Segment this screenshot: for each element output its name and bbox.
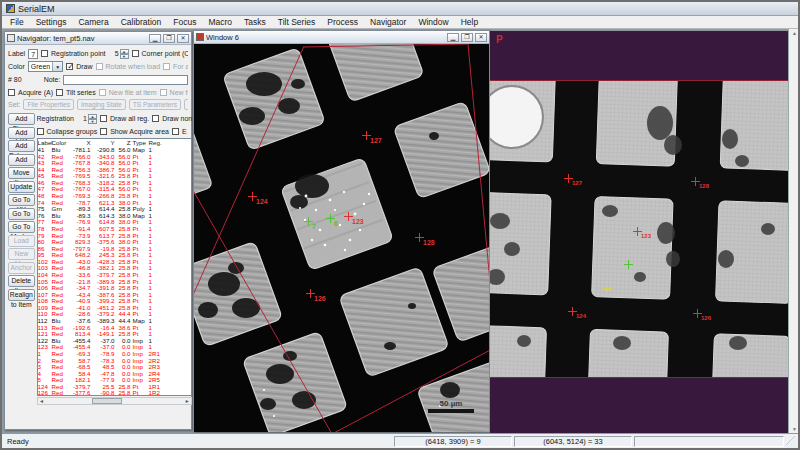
draw-non-label: Draw non — [162, 115, 192, 122]
corner-point-checkbox[interactable] — [132, 50, 139, 57]
menu-item[interactable]: Window — [412, 16, 454, 29]
rotate-when-load-label: Rotate when load — [106, 63, 160, 70]
collapse-groups-checkbox[interactable] — [37, 128, 44, 135]
em-montage-image — [194, 44, 489, 432]
menu-item[interactable]: File — [4, 16, 30, 29]
scroll-right-icon[interactable]: ► — [183, 398, 191, 404]
marker-cross-icon — [248, 196, 257, 197]
navigator-button[interactable]: Go To XYZ — [8, 208, 35, 220]
navigator-button[interactable]: Add Points — [8, 127, 35, 139]
navigator-button[interactable]: Move Item — [8, 167, 35, 179]
acquire-label: Acquire (A) — [18, 89, 53, 96]
label-caption: Label — [8, 50, 25, 57]
scrollbar-thumb[interactable] — [92, 398, 122, 404]
minimize-button[interactable]: ▁ — [149, 34, 161, 43]
tilt-series-checkbox[interactable] — [56, 89, 63, 96]
outside-map-area — [490, 377, 788, 432]
close-button[interactable]: ✕ — [177, 34, 189, 43]
navigator-button[interactable]: Delete Item — [8, 275, 35, 287]
close-button[interactable]: ✕ — [475, 33, 487, 42]
note-caption: Note: — [44, 76, 61, 83]
chevron-down-icon[interactable]: ▼ — [52, 62, 62, 71]
marker-cross-icon — [306, 293, 315, 294]
marker-label: 7 — [312, 223, 316, 230]
navigator-icon — [7, 34, 15, 42]
menu-item[interactable]: Navigator — [364, 16, 412, 29]
set-button: File Properties — [23, 99, 74, 110]
table-horizontal-scrollbar[interactable]: ◄ ► — [37, 397, 193, 405]
menu-item[interactable]: Camera — [72, 16, 114, 29]
minimize-button[interactable]: ▁ — [447, 33, 459, 42]
navigator-button[interactable]: Go To XY — [8, 194, 35, 206]
note-input[interactable] — [63, 75, 188, 85]
scroll-left-icon[interactable]: ◄ — [38, 398, 46, 404]
new-file-item-checkbox — [99, 89, 106, 96]
navigator-button[interactable]: Add Polygon — [8, 140, 35, 152]
navigator-button[interactable]: Add Stage Pos — [8, 113, 35, 125]
window6-image[interactable]: 127 124 123 — [194, 44, 489, 432]
for-anchor-checkbox — [163, 63, 170, 70]
menu-item[interactable]: Help — [455, 16, 484, 29]
scroll-up-icon[interactable]: ▲ — [792, 30, 797, 36]
window6-title: Window 6 — [206, 33, 445, 42]
app-title: SerialEM — [18, 4, 55, 14]
menu-item[interactable]: Tasks — [238, 16, 272, 29]
status-bar: Ready (6418, 3909) = 9 (6043, 5124) = 33 — [2, 433, 798, 448]
navigator-titlebar[interactable]: Navigator: tem_pt5.nav ▁ ❐ ✕ — [5, 32, 191, 45]
spin-down-icon[interactable]: ▼ — [120, 54, 129, 59]
window6-titlebar[interactable]: Window 6 ▁ ❐ ✕ — [194, 31, 489, 44]
acquire-checkbox[interactable] — [8, 89, 15, 96]
maximize-button[interactable]: ❐ — [461, 33, 473, 42]
registration-point-checkbox[interactable] — [41, 50, 48, 57]
marker-cross-icon — [348, 212, 349, 221]
marker-cross-icon — [607, 284, 608, 293]
set-button: Imaging State — [77, 99, 126, 110]
label-input[interactable]: 7 — [28, 49, 38, 59]
menu-item[interactable]: Tilt Series — [272, 16, 321, 29]
navigator-button[interactable]: Update Z — [8, 181, 35, 193]
registration-point-spinner[interactable]: 5 ▲▼ — [109, 49, 129, 59]
marker-cross-icon — [572, 307, 573, 316]
marker-label: 124 — [576, 313, 586, 319]
navigator-button[interactable]: Anchor Map — [8, 262, 35, 274]
navigator-button[interactable]: Realign to Item — [8, 289, 35, 301]
marker-cross-icon — [693, 313, 702, 314]
scroll-down-icon[interactable]: ▼ — [792, 426, 797, 432]
table-row[interactable]: 126 Red -377.6 -90.8 25.8 Pt 1R2 — [38, 390, 192, 396]
scale-bar-label: 50 µm — [440, 399, 463, 408]
draw-non-checkbox[interactable] — [152, 115, 159, 122]
item-table: Label Color X Y Z Type Reg. — [37, 138, 193, 396]
main-image-view[interactable]: P — [490, 31, 788, 433]
edit-checkbox[interactable] — [172, 128, 179, 135]
marker-cross-icon — [637, 227, 638, 236]
marker-cross-icon — [326, 218, 335, 219]
menu-item[interactable]: Macro — [202, 16, 238, 29]
menu-item[interactable]: Settings — [30, 16, 73, 29]
registration-spinner[interactable]: 1 ▲▼ — [77, 114, 97, 124]
resize-grip-icon[interactable] — [786, 436, 796, 447]
navigator-body: Label 7 Registration point 5 ▲▼ Corner p… — [5, 45, 191, 405]
draw-all-reg-checkbox[interactable] — [100, 115, 107, 122]
navigator-button[interactable]: Load Map — [8, 235, 35, 247]
spin-down-icon[interactable]: ▼ — [88, 119, 97, 124]
show-acquire-checkbox[interactable] — [100, 128, 107, 135]
maximize-button[interactable]: ❐ — [163, 34, 175, 43]
color-dropdown[interactable]: Green ▼ — [28, 61, 63, 72]
menu-item[interactable]: Calibration — [115, 16, 168, 29]
menu-item[interactable]: Focus — [167, 16, 202, 29]
marker-label: 128 — [699, 183, 709, 189]
marker-cross-icon — [362, 135, 371, 136]
map-image[interactable]: 127 128 123 — [490, 81, 788, 377]
draw-checkbox[interactable] — [66, 63, 73, 70]
window6: Window 6 ▁ ❐ ✕ — [193, 30, 490, 432]
marker-label: 124 — [256, 198, 268, 205]
navigator-button[interactable]: Add Marker — [8, 154, 35, 166]
navigator-button[interactable]: New Map — [8, 248, 35, 260]
main-vertical-scrollbar[interactable]: ▲ ▼ — [788, 29, 798, 433]
marker-cross-icon — [568, 311, 577, 312]
marker-cross-icon — [330, 214, 331, 223]
titlebar[interactable]: SerialEM — [2, 2, 798, 16]
navigator-button[interactable]: Go To Marker — [8, 221, 35, 233]
status-cell-empty — [634, 436, 784, 447]
menu-item[interactable]: Process — [321, 16, 364, 29]
